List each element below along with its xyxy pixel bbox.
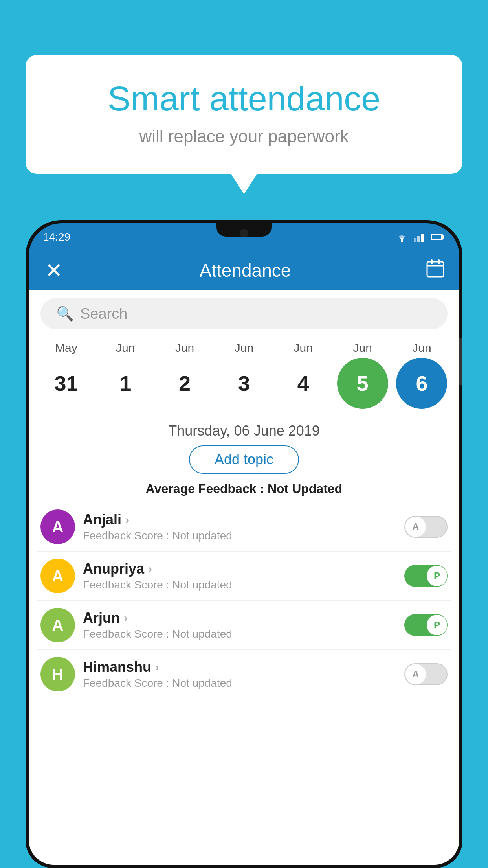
avg-feedback-value: Not Updated — [268, 482, 342, 496]
student-item-anjali: A Anjali › Feedback Score : Not updated … — [37, 502, 451, 552]
volume-button — [459, 338, 462, 385]
toggle-container-himanshu[interactable]: A — [404, 663, 448, 685]
wifi-icon — [395, 232, 409, 242]
speech-bubble-container: Smart attendance will replace your paper… — [26, 55, 462, 174]
toggle-knob-anupriya: P — [427, 566, 447, 586]
feedback-score-himanshu: Feedback Score : Not updated — [83, 677, 396, 690]
svg-rect-2 — [417, 236, 420, 242]
chevron-icon-himanshu: › — [155, 660, 159, 674]
student-info-himanshu: Himanshu › Feedback Score : Not updated — [75, 659, 404, 690]
feedback-score-anupriya: Feedback Score : Not updated — [83, 579, 396, 591]
avatar-arjun: A — [40, 608, 75, 642]
screen-content: 🔍 Search May Jun Jun Jun Jun Jun Jun 31 … — [29, 290, 459, 865]
toggle-knob-himanshu: A — [405, 664, 426, 684]
student-name-anupriya[interactable]: Anupriya › — [83, 561, 396, 577]
student-name-arjun[interactable]: Arjun › — [83, 610, 396, 626]
toggle-anjali[interactable]: A — [404, 516, 448, 538]
toggle-arjun[interactable]: P — [404, 614, 448, 636]
date-1[interactable]: 1 — [100, 358, 151, 409]
date-3[interactable]: 3 — [218, 358, 270, 409]
camera-dot — [240, 229, 248, 237]
svg-point-0 — [401, 240, 403, 242]
toggle-himanshu[interactable]: A — [404, 663, 448, 685]
speech-bubble: Smart attendance will replace your paper… — [26, 55, 462, 174]
student-name-himanshu[interactable]: Himanshu › — [83, 659, 396, 675]
student-item-arjun: A Arjun › Feedback Score : Not updated P — [37, 601, 451, 650]
add-topic-button[interactable]: Add topic — [189, 445, 299, 474]
date-5-today[interactable]: 5 — [337, 358, 388, 409]
chevron-icon-anjali: › — [125, 513, 129, 526]
search-icon: 🔍 — [56, 305, 74, 322]
battery-icon — [431, 233, 445, 241]
student-item-himanshu: H Himanshu › Feedback Score : Not update… — [37, 650, 451, 699]
month-label-2: Jun — [159, 341, 210, 355]
svg-rect-7 — [427, 262, 444, 277]
month-label-1: Jun — [100, 341, 151, 355]
calendar-icon[interactable] — [426, 259, 445, 283]
student-info-anupriya: Anupriya › Feedback Score : Not updated — [75, 561, 404, 591]
toggle-container-anjali[interactable]: A — [404, 516, 448, 538]
month-label-0: May — [40, 341, 92, 355]
student-info-arjun: Arjun › Feedback Score : Not updated — [75, 610, 404, 640]
app-bar: ✕ Attendance — [29, 251, 459, 290]
avg-feedback-label: Average Feedback : — [146, 482, 264, 496]
student-info-anjali: Anjali › Feedback Score : Not updated — [75, 511, 404, 542]
date-31[interactable]: 31 — [40, 358, 92, 409]
toggle-container-anupriya[interactable]: P — [404, 565, 448, 587]
month-label-5: Jun — [337, 341, 388, 355]
svg-rect-10 — [438, 259, 440, 264]
date-6-selected[interactable]: 6 — [396, 358, 447, 409]
search-bar-container: 🔍 Search — [29, 290, 459, 337]
speech-bubble-subtitle: will replace your paperwork — [57, 127, 431, 146]
chevron-icon-anupriya: › — [148, 562, 152, 576]
svg-rect-5 — [443, 235, 444, 239]
feedback-score-arjun: Feedback Score : Not updated — [83, 628, 396, 640]
month-label-3: Jun — [218, 341, 270, 355]
chevron-icon-arjun: › — [124, 611, 128, 625]
avatar-anjali: A — [40, 509, 75, 544]
svg-rect-9 — [431, 259, 433, 264]
toggle-knob-arjun: P — [427, 615, 447, 635]
month-label-4: Jun — [278, 341, 329, 355]
app-bar-title: Attendance — [200, 260, 291, 281]
svg-rect-3 — [421, 234, 424, 242]
month-row: May Jun Jun Jun Jun Jun Jun — [37, 341, 451, 355]
close-button[interactable]: ✕ — [43, 259, 65, 282]
signal-icon — [414, 232, 426, 242]
search-input[interactable]: 🔍 Search — [40, 298, 448, 329]
phone-inner: 14:29 — [29, 223, 459, 865]
avatar-anupriya: A — [40, 559, 75, 593]
status-icons — [395, 232, 445, 242]
calendar-strip: May Jun Jun Jun Jun Jun Jun 31 1 2 3 4 5… — [29, 337, 459, 413]
phone-frame: 14:29 — [26, 220, 462, 868]
student-item-anupriya: A Anupriya › Feedback Score : Not update… — [37, 552, 451, 601]
date-4[interactable]: 4 — [278, 358, 329, 409]
status-bar: 14:29 — [29, 223, 459, 251]
svg-rect-6 — [432, 235, 441, 239]
toggle-anupriya[interactable]: P — [404, 565, 448, 587]
feedback-score-anjali: Feedback Score : Not updated — [83, 530, 396, 542]
svg-rect-1 — [414, 238, 416, 242]
dates-row: 31 1 2 3 4 5 6 — [37, 358, 451, 409]
student-list: A Anjali › Feedback Score : Not updated … — [29, 502, 459, 699]
status-time: 14:29 — [43, 231, 70, 243]
avg-feedback: Average Feedback : Not Updated — [29, 482, 459, 496]
toggle-container-arjun[interactable]: P — [404, 614, 448, 636]
search-placeholder: Search — [80, 305, 127, 322]
avatar-himanshu: H — [40, 657, 75, 691]
toggle-knob-anjali: A — [405, 517, 426, 537]
month-label-6: Jun — [396, 341, 447, 355]
speech-bubble-title: Smart attendance — [57, 79, 431, 119]
selected-date-label: Thursday, 06 June 2019 — [29, 413, 459, 445]
date-2[interactable]: 2 — [159, 358, 210, 409]
student-name-anjali[interactable]: Anjali › — [83, 511, 396, 528]
